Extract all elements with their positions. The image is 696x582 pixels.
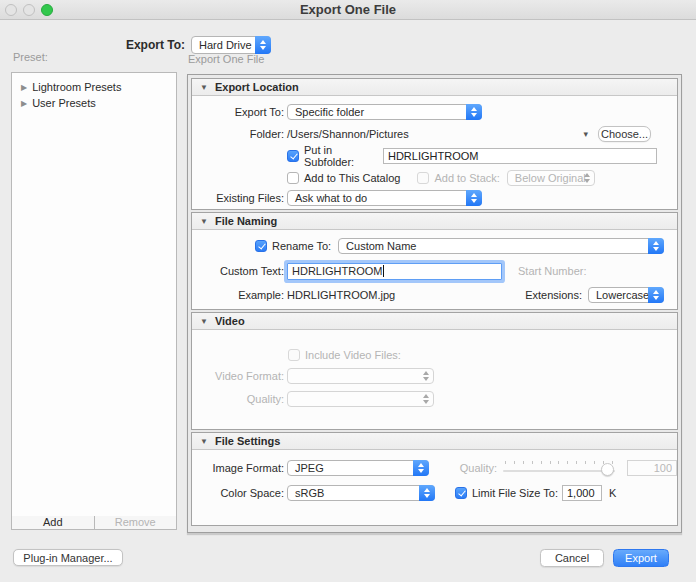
stepper-icon [418,368,434,384]
folder-path: /Users/Shannon/Pictures [287,128,409,140]
preset-item-user-presets[interactable]: ▶ User Presets [12,95,176,111]
section-header-export-location[interactable]: ▼ Export Location [192,79,677,96]
start-number-label: Start Number: [518,265,586,277]
preset-item-lightroom-presets[interactable]: ▶ Lightroom Presets [12,79,176,95]
preset-panel-label: Preset: [13,51,48,63]
disclosure-right-icon[interactable]: ▶ [21,83,27,92]
color-space-label: Color Space: [192,487,284,499]
section-header-file-settings[interactable]: ▼ File Settings [192,433,677,450]
disclosure-down-icon: ▼ [200,217,208,226]
section-title: Video [215,315,245,327]
rename-to-value: Custom Name [346,240,416,252]
example-label: Example: [192,289,284,301]
image-format-label: Image Format: [192,462,284,474]
remove-preset-button[interactable]: Remove [95,516,178,530]
stepper-icon [466,190,482,206]
window-minimize-button[interactable] [23,4,35,16]
quality-slider [503,460,615,476]
stepper-icon [648,287,664,303]
export-to-select[interactable]: Hard Drive [191,36,271,54]
put-in-subfolder-checkbox[interactable] [287,150,299,162]
existing-files-label: Existing Files: [192,192,284,204]
color-space-value: sRGB [295,487,324,499]
extensions-label: Extensions: [525,289,582,301]
video-format-select [287,368,434,384]
limit-file-size-unit: K [609,487,616,499]
export-settings-panel: ▼ Export Location Export To: Specific fo… [187,74,682,533]
limit-file-size-input[interactable] [562,485,602,501]
section-title: File Naming [215,215,277,227]
folder-menu-icon[interactable]: ▾ [583,129,588,139]
custom-text-input[interactable]: HDRLIGHTROOM [287,263,502,280]
add-preset-button[interactable]: Add [11,516,95,530]
stepper-icon [255,36,271,54]
include-video-checkbox [288,349,300,361]
section-title: Export Location [215,81,299,93]
color-space-select[interactable]: sRGB [287,485,435,501]
disclosure-down-icon: ▼ [200,83,208,92]
quality-label: Quality: [443,462,497,474]
window-title: Export One File [0,0,696,19]
extensions-select[interactable]: Lowercase [588,287,664,303]
stepper-icon [579,170,595,186]
disclosure-down-icon: ▼ [200,437,208,446]
export-to-label: Export To: [0,38,185,52]
export-to-location-value: Specific folder [295,106,364,118]
main-panel-header: Export One File [188,53,264,65]
export-to-location-label: Export To: [192,106,284,118]
stepper-icon [413,460,429,476]
add-to-stack-select: Below Original [507,170,595,186]
stepper-icon [648,238,664,254]
limit-file-size-checkbox[interactable] [455,487,467,499]
example-filename: HDRLIGHTROOM.jpg [287,289,395,301]
custom-text-value: HDRLIGHTROOM [292,265,382,277]
custom-text-label: Custom Text: [192,265,284,277]
section-header-video[interactable]: ▼ Video [192,313,677,330]
image-format-value: JPEG [295,462,324,474]
section-header-file-naming[interactable]: ▼ File Naming [192,213,677,230]
stepper-icon [466,104,482,120]
rename-to-label: Rename To: [272,240,331,252]
export-to-select-value: Hard Drive [199,39,252,51]
section-video: ▼ Video Include Video Files: Video Forma… [191,312,678,430]
choose-folder-button[interactable]: Choose... [598,126,651,142]
quality-value-input [627,460,677,476]
existing-files-select[interactable]: Ask what to do [287,190,482,206]
put-in-subfolder-label: Put in Subfolder: [304,144,383,168]
slider-thumb [601,463,614,476]
cancel-button[interactable]: Cancel [540,549,604,567]
window-close-button[interactable] [5,4,17,16]
section-title: File Settings [215,435,280,447]
add-to-stack-checkbox [417,172,429,184]
disclosure-right-icon[interactable]: ▶ [21,99,27,108]
image-format-select[interactable]: JPEG [287,460,429,476]
subfolder-name-input[interactable] [383,148,657,164]
rename-to-select[interactable]: Custom Name [338,238,664,254]
plugin-manager-button[interactable]: Plug-in Manager... [13,549,123,566]
preset-list-buttons: Add Remove [11,516,177,530]
export-button[interactable]: Export [613,549,669,567]
existing-files-value: Ask what to do [295,192,367,204]
export-to-location-select[interactable]: Specific folder [287,104,482,120]
video-quality-select [287,391,434,407]
preset-item-label: User Presets [32,97,96,109]
section-file-settings: ▼ File Settings Image Format: JPEG Quali… [191,432,678,526]
stepper-icon [419,485,435,501]
limit-file-size-label: Limit File Size To: [472,487,558,499]
video-quality-label: Quality: [192,393,284,405]
text-cursor [383,265,384,277]
preset-list: ▶ Lightroom Presets ▶ User Presets [11,72,177,517]
add-to-catalog-label: Add to This Catalog [304,172,400,184]
rename-to-checkbox[interactable] [255,240,267,252]
video-format-label: Video Format: [192,370,284,382]
add-to-stack-label: Add to Stack: [434,172,499,184]
include-video-label: Include Video Files: [305,349,401,361]
window-zoom-button[interactable] [41,4,53,16]
folder-label: Folder: [192,128,284,140]
disclosure-down-icon: ▼ [200,317,208,326]
section-file-naming: ▼ File Naming Rename To: Custom Name Cus… [191,212,678,310]
add-to-stack-value: Below Original [515,172,586,184]
add-to-catalog-checkbox[interactable] [287,172,299,184]
title-bar: Export One File [0,0,696,20]
section-export-location: ▼ Export Location Export To: Specific fo… [191,78,678,210]
